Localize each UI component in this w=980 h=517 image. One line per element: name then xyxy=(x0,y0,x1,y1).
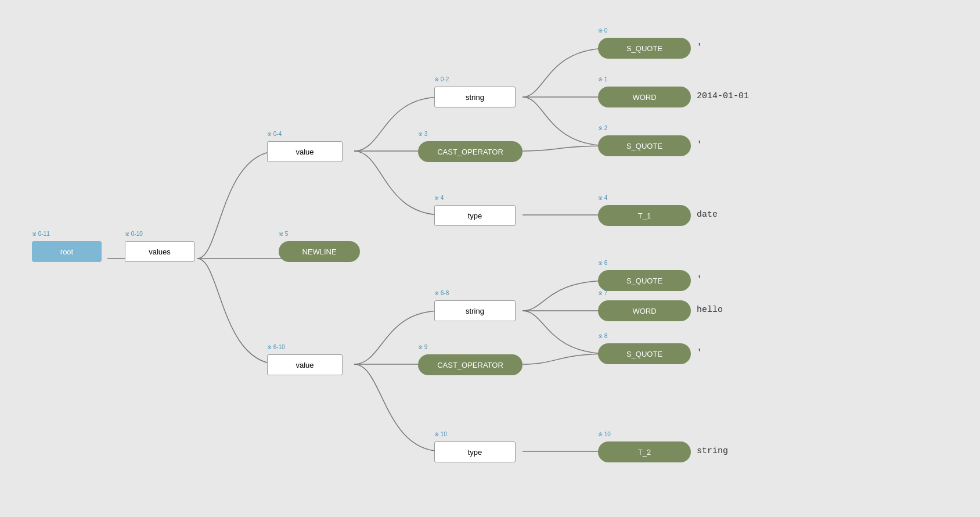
squote-2-node-wrapper: 2 S_QUOTE ' xyxy=(598,135,691,156)
squote-2-value: ' xyxy=(697,140,702,150)
string-bot-node-wrapper: 6-8 string xyxy=(434,300,516,321)
cast-op-bot-node[interactable]: CAST_OPERATOR xyxy=(418,354,523,375)
type-top-node[interactable]: type xyxy=(434,205,516,226)
value-bot-node[interactable]: value xyxy=(267,354,343,375)
t2-node-wrapper: 10 T_2 string xyxy=(598,441,691,462)
values-node-wrapper: 0-10 values xyxy=(125,241,194,262)
squote-2-node[interactable]: S_QUOTE xyxy=(598,135,691,156)
cast-op-top-node[interactable]: CAST_OPERATOR xyxy=(418,141,523,162)
t2-node[interactable]: T_2 xyxy=(598,441,691,462)
word-top-value: 2014-01-01 xyxy=(697,91,749,101)
value-bot-index: 6-10 xyxy=(267,344,285,350)
string-top-index: 0-2 xyxy=(434,76,449,82)
t2-value: string xyxy=(697,446,728,456)
cast-op-bot-index: 9 xyxy=(418,344,427,350)
values-node[interactable]: values xyxy=(125,241,194,262)
t1-index: 4 xyxy=(598,195,607,201)
root-index: 0-11 xyxy=(32,231,50,237)
type-bot-node-wrapper: 10 type xyxy=(434,441,516,462)
string-bot-index: 6-8 xyxy=(434,290,449,296)
t1-node[interactable]: T_1 xyxy=(598,205,691,226)
root-node[interactable]: root xyxy=(32,241,102,262)
word-bot-node[interactable]: WORD xyxy=(598,300,691,321)
squote-8-index: 8 xyxy=(598,333,607,339)
value-top-node[interactable]: value xyxy=(267,141,343,162)
string-top-node[interactable]: string xyxy=(434,87,516,107)
squote-0-value: ' xyxy=(697,42,702,52)
squote-8-value: ' xyxy=(697,348,702,358)
t1-node-wrapper: 4 T_1 date xyxy=(598,205,691,226)
squote-2-index: 2 xyxy=(598,125,607,131)
values-index: 0-10 xyxy=(125,231,143,237)
word-bot-node-wrapper: 7 WORD hello xyxy=(598,300,691,321)
squote-6-node-wrapper: 6 S_QUOTE ' xyxy=(598,270,691,291)
value-top-index: 0-4 xyxy=(267,131,282,137)
string-top-node-wrapper: 0-2 string xyxy=(434,87,516,107)
value-bot-node-wrapper: 6-10 value xyxy=(267,354,343,375)
string-bot-node[interactable]: string xyxy=(434,300,516,321)
squote-6-value: ' xyxy=(697,275,702,285)
type-bot-node[interactable]: type xyxy=(434,441,516,462)
squote-0-node[interactable]: S_QUOTE xyxy=(598,38,691,59)
word-top-node-wrapper: 1 WORD 2014-01-01 xyxy=(598,87,691,107)
squote-8-node-wrapper: 8 S_QUOTE ' xyxy=(598,343,691,364)
cast-op-bot-node-wrapper: 9 CAST_OPERATOR xyxy=(418,354,523,375)
squote-0-node-wrapper: 0 S_QUOTE ' xyxy=(598,38,691,59)
newline-index: 5 xyxy=(279,231,288,237)
word-bot-value: hello xyxy=(697,305,723,315)
type-top-node-wrapper: 4 type xyxy=(434,205,516,226)
squote-6-index: 6 xyxy=(598,260,607,266)
word-top-node[interactable]: WORD xyxy=(598,87,691,107)
cast-op-top-node-wrapper: 3 CAST_OPERATOR xyxy=(418,141,523,162)
type-bot-index: 10 xyxy=(434,431,447,437)
type-top-index: 4 xyxy=(434,195,444,201)
t2-index: 10 xyxy=(598,431,611,437)
root-node-wrapper: 0-11 root xyxy=(32,241,102,262)
cast-op-top-index: 3 xyxy=(418,131,427,137)
t1-value: date xyxy=(697,210,718,220)
newline-node[interactable]: NEWLINE xyxy=(279,241,360,262)
squote-8-node[interactable]: S_QUOTE xyxy=(598,343,691,364)
word-bot-index: 7 xyxy=(598,290,607,296)
squote-0-index: 0 xyxy=(598,27,607,34)
word-top-index: 1 xyxy=(598,76,607,82)
squote-6-node[interactable]: S_QUOTE xyxy=(598,270,691,291)
newline-node-wrapper: 5 NEWLINE xyxy=(279,241,360,262)
value-top-node-wrapper: 0-4 value xyxy=(267,141,343,162)
